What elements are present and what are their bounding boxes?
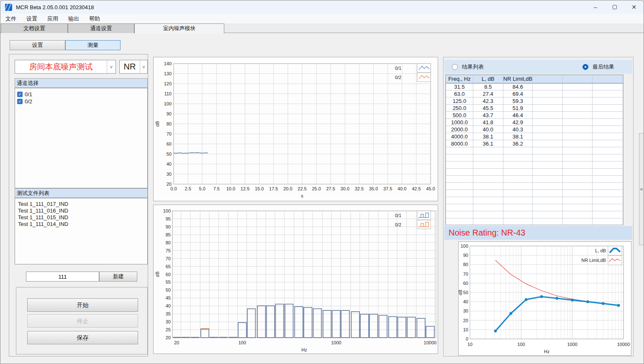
table-row-empty [446, 154, 623, 161]
minimize-button[interactable]: – [586, 0, 605, 14]
table-row[interactable]: 250.045.551.9 [446, 105, 623, 112]
collapse-panel-button[interactable]: < [639, 133, 644, 245]
table-cell [562, 112, 593, 119]
table-row-empty [446, 211, 623, 218]
table-cell [593, 119, 623, 126]
test-file-list-header: 测试文件列表 [15, 188, 148, 198]
svg-text:0/2: 0/2 [395, 222, 401, 227]
menu-item-settings[interactable]: 设置 [21, 14, 42, 23]
test-file-item[interactable]: Test 1_111_017_IND [15, 201, 147, 208]
svg-text:75: 75 [166, 248, 171, 253]
table-row[interactable]: 31.58.584.6 [446, 83, 623, 90]
table-row-empty [446, 169, 623, 176]
table-row-empty [446, 204, 623, 211]
test-file-list[interactable]: Test 1_111_017_INDTest 1_111_016_INDTest… [15, 198, 148, 264]
maximize-button[interactable] [605, 0, 624, 14]
start-button[interactable]: 开始 [27, 298, 138, 312]
table-cell: 36.1 [473, 140, 503, 147]
svg-text:100: 100 [239, 340, 246, 345]
svg-text:130: 130 [164, 71, 172, 76]
svg-text:100: 100 [517, 342, 525, 347]
table-cell: 59.3 [503, 97, 533, 105]
table-cell [593, 133, 623, 140]
table-row-empty [446, 176, 623, 183]
svg-text:5.0: 5.0 [199, 186, 205, 191]
test-type-value: 房间本底噪声测试 [15, 60, 107, 73]
svg-text:95: 95 [166, 216, 171, 221]
main-tab-strip: 文档设置通道设置室内噪声模块 [0, 23, 644, 33]
subtab-measurement[interactable]: 测量 [65, 40, 121, 50]
svg-text:10: 10 [467, 342, 472, 347]
menu-item-help[interactable]: 帮助 [84, 14, 105, 23]
test-type-select[interactable]: 房间本底噪声测试 ˅ [15, 60, 116, 74]
checkbox-icon[interactable]: ✓ [17, 92, 23, 97]
table-cell: 2000.0 [446, 126, 473, 133]
menu-item-application[interactable]: 应用 [42, 14, 63, 23]
result-mode-band: 结果列表 最后结果 [444, 60, 632, 74]
svg-text:10: 10 [463, 327, 468, 332]
svg-text:55: 55 [166, 279, 171, 285]
menu-item-file[interactable]: 文件 [0, 14, 21, 23]
svg-text:100: 100 [163, 208, 171, 213]
svg-text:85: 85 [166, 232, 171, 237]
rating-standard-value: NR [120, 60, 140, 73]
tab-document-settings[interactable]: 文档设置 [1, 23, 68, 33]
svg-text:30: 30 [167, 172, 172, 177]
results-list-radio[interactable] [452, 64, 458, 70]
table-row[interactable]: 4000.038.138.1 [446, 133, 623, 140]
menu-item-output[interactable]: 输出 [63, 14, 84, 23]
table-row[interactable]: 500.043.746.4 [446, 112, 623, 119]
table-cell [533, 140, 563, 147]
close-button[interactable]: ✕ [624, 0, 644, 14]
test-file-item[interactable]: Test 1_111_014_IND [15, 221, 147, 228]
table-header: L, dB [473, 75, 503, 83]
chevron-down-icon[interactable]: ˅ [107, 60, 115, 73]
test-file-item[interactable]: Test 1_111_015_IND [15, 214, 147, 221]
svg-text:30.0: 30.0 [341, 186, 349, 191]
svg-text:25.0: 25.0 [312, 186, 321, 191]
subtab-settings[interactable]: 设置 [10, 40, 65, 50]
tab-channel-settings[interactable]: 通道设置 [68, 23, 134, 33]
last-result-radio-label[interactable]: 最后结果 [593, 63, 614, 71]
svg-text:100: 100 [461, 244, 468, 249]
table-cell [533, 83, 563, 90]
table-cell: 31.5 [446, 83, 473, 90]
table-cell: 45.5 [473, 105, 503, 112]
tab-indoor-noise-module[interactable]: 室内噪声模块 [134, 23, 224, 33]
table-row[interactable]: 63.027.469.4 [446, 90, 623, 97]
new-button[interactable]: 新建 [99, 272, 137, 282]
svg-text:140: 140 [164, 61, 172, 66]
table-cell [533, 90, 563, 97]
svg-text:7.5: 7.5 [213, 186, 220, 191]
channel-item-0/1[interactable]: ✓0/1 [15, 91, 147, 98]
channel-item-0/2[interactable]: ✓0/2 [15, 98, 147, 105]
table-cell: 1000.0 [446, 119, 473, 126]
channel-list[interactable]: ✓0/1✓0/2 [15, 88, 148, 188]
app-window: MCR Beta 2.05.0.001 20230418 – ✕ 文件设置应用输… [0, 0, 644, 364]
table-row[interactable]: 8000.036.136.2 [446, 140, 623, 147]
table-cell: 250.0 [446, 105, 473, 112]
save-button[interactable]: 保存 [27, 331, 138, 344]
table-row-empty [446, 218, 623, 226]
file-name-input[interactable] [26, 272, 99, 282]
table-cell [562, 105, 593, 112]
rating-standard-select[interactable]: NR ˅ [119, 60, 148, 74]
table-row[interactable]: 1000.041.842.9 [446, 119, 623, 126]
test-file-item[interactable]: Test 1_111_016_IND [15, 208, 147, 214]
table-row[interactable]: 125.042.359.3 [446, 97, 623, 105]
svg-text:0/1: 0/1 [395, 213, 401, 218]
table-cell: 42.3 [473, 97, 503, 105]
table-cell: 36.2 [503, 140, 533, 147]
app-logo-icon [5, 4, 12, 11]
table-cell [593, 112, 623, 119]
checkbox-icon[interactable]: ✓ [17, 99, 23, 104]
results-table[interactable]: Freq., HzL, dBNR Limit,dB31.58.584.663.0… [446, 75, 623, 225]
table-cell: 42.9 [503, 119, 533, 126]
chevron-down-icon[interactable]: ˅ [140, 60, 147, 73]
last-result-radio[interactable] [582, 64, 588, 70]
svg-text:80: 80 [463, 262, 468, 267]
results-list-radio-label[interactable]: 结果列表 [462, 63, 484, 71]
table-row-empty [446, 161, 623, 169]
svg-text:90: 90 [166, 224, 171, 229]
table-row[interactable]: 2000.040.040.3 [446, 126, 623, 133]
